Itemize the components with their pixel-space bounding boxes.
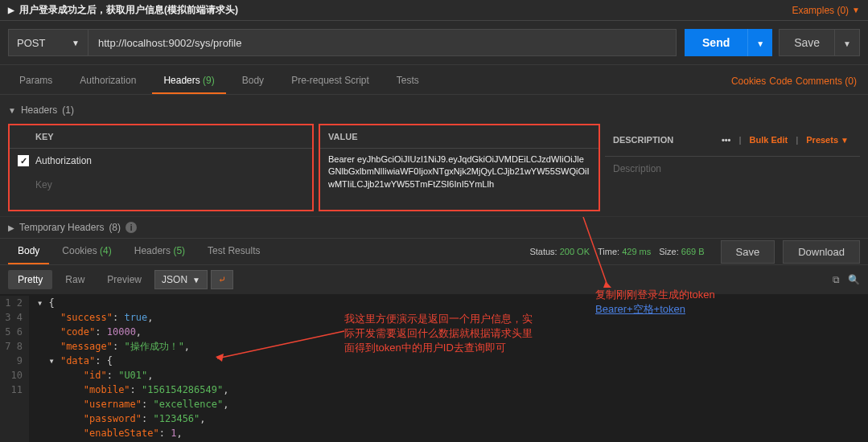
bulk-edit-link[interactable]: Bulk Edit [750, 135, 788, 145]
header-key-new[interactable]: Key [10, 173, 312, 197]
copy-icon[interactable]: ⧉ [833, 274, 840, 285]
response-body[interactable]: 1 2 3 4 5 6 7 8 9 10 11 ▾ { "success": t… [0, 294, 868, 442]
format-select[interactable]: JSON▼ [154, 270, 208, 289]
view-pretty[interactable]: Pretty [8, 270, 52, 289]
chevron-down-icon: ▼ [8, 106, 16, 115]
response-meta: Status: 200 OK Time: 429 ms Size: 669 B [529, 247, 704, 256]
resp-tab-headers[interactable]: Headers (5) [125, 239, 195, 264]
info-icon[interactable]: i [125, 222, 137, 233]
desc-header: DESCRIPTION [613, 135, 673, 145]
temporary-headers-toggle[interactable]: ▶ Temporary Headers (8) i [0, 216, 868, 238]
titlebar: ▶ 用户登录成功之后，获取用户信息(模拟前端请求头) Examples (0) … [0, 0, 868, 21]
send-button[interactable]: Send [685, 29, 747, 56]
link-comments[interactable]: Comments (0) [796, 76, 857, 87]
request-row: POST ▼ Send ▼ Save ▼ [0, 21, 868, 65]
resp-tab-body[interactable]: Body [8, 239, 49, 264]
line-gutter: 1 2 3 4 5 6 7 8 9 10 11 [0, 296, 29, 442]
presets-dropdown[interactable]: Presets ▼ [806, 135, 849, 145]
send-dropdown[interactable]: ▼ [747, 29, 772, 56]
headers-key-column: KEY ✓ Authorization Key [8, 124, 314, 211]
tab-body[interactable]: Body [231, 68, 275, 94]
checkbox-checked-icon[interactable]: ✓ [18, 155, 29, 166]
chevron-down-icon: ▼ [72, 39, 80, 47]
value-header: VALUE [320, 125, 599, 149]
key-header: KEY [10, 125, 312, 149]
link-cookies[interactable]: Cookies [731, 76, 766, 87]
response-download-button[interactable]: Download [783, 240, 860, 264]
view-raw[interactable]: Raw [56, 270, 94, 289]
search-icon[interactable]: 🔍 [848, 274, 860, 285]
header-value-cell[interactable]: Bearer eyJhbGciOiJIUzI1NiJ9.eyJqdGkiOiJV… [320, 149, 599, 210]
response-bar: Body Cookies (4) Headers (5) Test Result… [0, 238, 868, 265]
tab-tests[interactable]: Tests [385, 68, 430, 94]
request-tabs: Params Authorization Headers (9) Body Pr… [0, 65, 868, 95]
method-select[interactable]: POST ▼ [8, 29, 88, 56]
request-title: 用户登录成功之后，获取用户信息(模拟前端请求头) [19, 3, 238, 17]
tab-params[interactable]: Params [8, 68, 64, 94]
json-code: ▾ { "success": true, "code": 10000, "mes… [29, 296, 345, 442]
chevron-right-icon: ▶ [8, 6, 14, 14]
view-preview[interactable]: Preview [97, 270, 151, 289]
tab-headers[interactable]: Headers (9) [152, 68, 225, 94]
headers-desc-column: DESCRIPTION ••• | Bulk Edit | Presets ▼ … [605, 124, 860, 211]
url-input[interactable] [88, 29, 677, 56]
more-icon[interactable]: ••• [722, 135, 731, 145]
headers-section: ▼ Headers (1) KEY ✓ Authorization Key VA… [0, 95, 868, 216]
headers-value-column: VALUE Bearer eyJhbGciOiJIUzI1NiJ9.eyJqdG… [319, 124, 600, 211]
tab-authorization[interactable]: Authorization [68, 68, 147, 94]
wrap-lines-icon[interactable]: ⤶ [211, 270, 233, 289]
viewer-bar: Pretty Raw Preview JSON▼ ⤶ ⧉ 🔍 [0, 265, 868, 294]
header-desc-new[interactable]: Description [605, 157, 860, 181]
chevron-down-icon: ▼ [852, 6, 860, 14]
save-dropdown[interactable]: ▼ [835, 29, 860, 56]
chevron-right-icon: ▶ [8, 223, 14, 232]
link-code[interactable]: Code [769, 76, 792, 87]
resp-tab-tests[interactable]: Test Results [198, 239, 269, 264]
save-button[interactable]: Save [779, 29, 835, 56]
header-key-cell[interactable]: ✓ Authorization [10, 149, 312, 173]
headers-toggle[interactable]: ▼ Headers (1) [8, 100, 860, 121]
tab-prerequest[interactable]: Pre-request Script [280, 68, 381, 94]
response-save-button[interactable]: Save [721, 240, 775, 264]
resp-tab-cookies[interactable]: Cookies (4) [52, 239, 121, 264]
examples-dropdown[interactable]: Examples (0) ▼ [792, 5, 860, 16]
